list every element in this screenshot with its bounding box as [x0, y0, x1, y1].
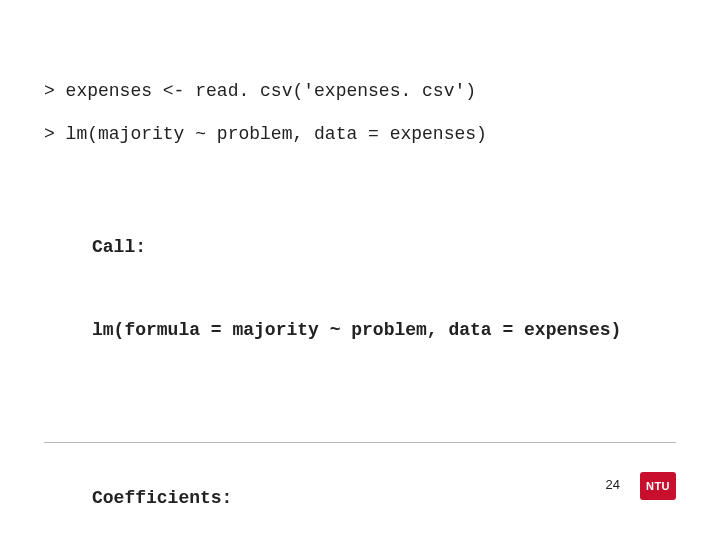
r-input-line-2: > lm(majority ~ problem, data = expenses…	[44, 121, 676, 148]
ntu-logo-text: NTU	[646, 480, 670, 492]
slide: > expenses <- read. csv('expenses. csv')…	[0, 0, 720, 540]
r-input-line-1: > expenses <- read. csv('expenses. csv')	[44, 78, 676, 105]
output-call-label: Call:	[92, 234, 676, 262]
output-call-formula: lm(formula = majority ~ problem, data = …	[92, 317, 676, 345]
ntu-logo: NTU	[640, 472, 676, 500]
output-blank-1	[92, 401, 676, 429]
footer-divider	[44, 442, 676, 443]
slide-footer: 24 NTU	[44, 464, 676, 494]
page-number: 24	[606, 477, 620, 492]
